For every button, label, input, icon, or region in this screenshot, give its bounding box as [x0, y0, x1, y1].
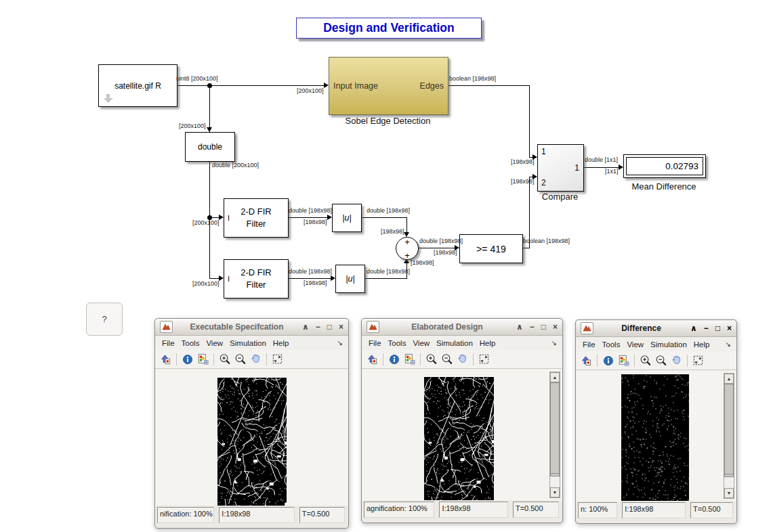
viewer-window-executable-specification[interactable]: Executable Specifcation ∧ − □ × File Too… — [154, 318, 349, 529]
sum-block[interactable]: + + — [396, 237, 419, 260]
vertical-scrollbar[interactable]: ▲ ▼ — [724, 373, 734, 499]
dock-arrow-icon[interactable]: ↘ — [551, 339, 559, 347]
menu-view[interactable]: View — [203, 339, 226, 347]
export-image-icon[interactable] — [364, 351, 380, 367]
dock-arrow-icon[interactable]: ↘ — [337, 339, 345, 347]
wire[interactable] — [209, 85, 210, 132]
minimize-button[interactable]: − — [704, 324, 709, 333]
wire[interactable] — [529, 85, 530, 157]
export-image-icon[interactable] — [158, 351, 173, 367]
fit-to-window-icon[interactable] — [476, 351, 492, 367]
pan-icon[interactable] — [248, 351, 264, 367]
collapse-button[interactable]: ∧ — [516, 322, 523, 332]
wire[interactable] — [406, 217, 407, 234]
viewer-titlebar[interactable]: Difference ∧ − □ × — [576, 320, 736, 337]
fit-to-window-icon[interactable] — [690, 353, 706, 368]
menu-help[interactable]: Help — [690, 340, 713, 349]
scroll-down-icon[interactable]: ▼ — [724, 488, 734, 498]
zoom-in-icon[interactable] — [217, 351, 232, 367]
pixel-info-icon[interactable] — [386, 351, 402, 367]
collapse-button[interactable]: ∧ — [690, 324, 697, 333]
menu-tools[interactable]: Tools — [599, 340, 624, 349]
branch-point — [207, 83, 212, 88]
zoom-out-icon[interactable] — [232, 351, 248, 367]
pan-icon[interactable] — [669, 353, 684, 368]
scrollbar-thumb[interactable] — [724, 384, 734, 477]
minimize-button[interactable]: − — [316, 322, 320, 332]
help-block[interactable]: ? — [86, 303, 123, 336]
fit-to-window-icon[interactable] — [270, 351, 285, 367]
viewer-titlebar[interactable]: Elaborated Design ∧ − □ × — [362, 319, 562, 336]
menu-view[interactable]: View — [623, 340, 647, 349]
viewer-window-elaborated-design[interactable]: Elaborated Design ∧ − □ × File Tools Vie… — [361, 318, 563, 523]
viewer-titlebar[interactable]: Executable Specifcation ∧ − □ × — [155, 319, 348, 336]
colormap-icon[interactable] — [616, 353, 631, 368]
maximize-button[interactable]: □ — [541, 322, 546, 332]
export-image-icon[interactable] — [579, 353, 594, 368]
abs-2-block[interactable]: |u| — [335, 265, 365, 293]
wire[interactable] — [209, 278, 220, 279]
wire[interactable] — [287, 217, 328, 218]
colormap-icon[interactable] — [402, 351, 417, 367]
fir-filter-2-block[interactable]: I 2-D FIR Filter — [224, 259, 289, 298]
menu-simulation[interactable]: Simulation — [433, 339, 476, 347]
wire[interactable] — [417, 248, 456, 248]
viewer-image[interactable] — [217, 378, 287, 506]
wire[interactable] — [176, 85, 325, 86]
close-button[interactable]: × — [553, 322, 558, 332]
close-button[interactable]: × — [727, 324, 732, 333]
menu-tools[interactable]: Tools — [385, 339, 410, 347]
menu-simulation[interactable]: Simulation — [226, 339, 270, 347]
zoom-out-icon[interactable] — [439, 351, 455, 367]
source-image-block[interactable]: satellite.gif R — [98, 64, 177, 107]
maximize-button[interactable]: □ — [715, 324, 720, 333]
menu-file[interactable]: File — [579, 340, 599, 349]
input-port-label: Input Image — [333, 81, 378, 91]
colormap-icon[interactable] — [195, 351, 211, 367]
scroll-down-icon[interactable]: ▼ — [550, 487, 560, 497]
dock-arrow-icon[interactable]: ↘ — [726, 340, 733, 348]
fir-filter-1-block[interactable]: I 2-D FIR Filter — [224, 198, 289, 238]
wire[interactable] — [447, 85, 530, 86]
vertical-scrollbar[interactable]: ▲ ▼ — [549, 372, 560, 498]
wire[interactable] — [360, 217, 407, 218]
wire[interactable] — [364, 278, 407, 279]
menu-tools[interactable]: Tools — [178, 339, 203, 347]
zoom-in-icon[interactable] — [638, 353, 653, 368]
zoom-in-icon[interactable] — [423, 351, 439, 367]
scroll-up-icon[interactable]: ▲ — [724, 374, 734, 384]
wire[interactable] — [287, 278, 331, 279]
close-button[interactable]: × — [339, 322, 343, 332]
maximize-button[interactable]: □ — [327, 322, 332, 332]
viewer-window-difference[interactable]: Difference ∧ − □ × File Tools View Simul… — [575, 319, 737, 524]
menu-help[interactable]: Help — [476, 339, 499, 347]
collapse-button[interactable]: ∧ — [302, 322, 309, 332]
signal-label: [200x100] — [192, 280, 220, 287]
menu-help[interactable]: Help — [270, 339, 293, 347]
scrollbar-thumb[interactable] — [550, 382, 560, 476]
menu-file[interactable]: File — [159, 339, 178, 347]
signal-label: [1x1] — [605, 168, 619, 175]
zoom-out-icon[interactable] — [653, 353, 669, 368]
data-type-conversion-block[interactable]: double — [185, 132, 235, 162]
menu-file[interactable]: File — [365, 339, 385, 347]
pan-icon[interactable] — [455, 351, 470, 367]
sobel-edge-detection-block[interactable]: Input Image Edges — [329, 57, 448, 115]
viewer-image[interactable] — [621, 374, 689, 501]
download-arrow-icon — [104, 94, 113, 104]
matlab-icon — [160, 321, 173, 333]
fir1-port-label: I — [228, 214, 230, 222]
abs-1-block[interactable]: |u| — [332, 204, 362, 232]
menu-view[interactable]: View — [409, 339, 433, 347]
display-block[interactable]: 0.02793 — [623, 154, 706, 178]
scroll-up-icon[interactable]: ▲ — [550, 372, 560, 382]
fir1-label-line1: 2-D FIR — [241, 206, 272, 217]
menu-simulation[interactable]: Simulation — [647, 340, 690, 349]
minimize-button[interactable]: − — [530, 322, 535, 332]
pixel-info-icon[interactable] — [600, 353, 616, 368]
viewer-image[interactable] — [424, 377, 494, 500]
compare-block[interactable]: 1 2 1 — [537, 144, 584, 192]
threshold-block[interactable]: >= 419 — [459, 234, 523, 263]
pixel-info-icon[interactable] — [180, 351, 195, 367]
sum-plus-bottom: + — [404, 250, 410, 261]
